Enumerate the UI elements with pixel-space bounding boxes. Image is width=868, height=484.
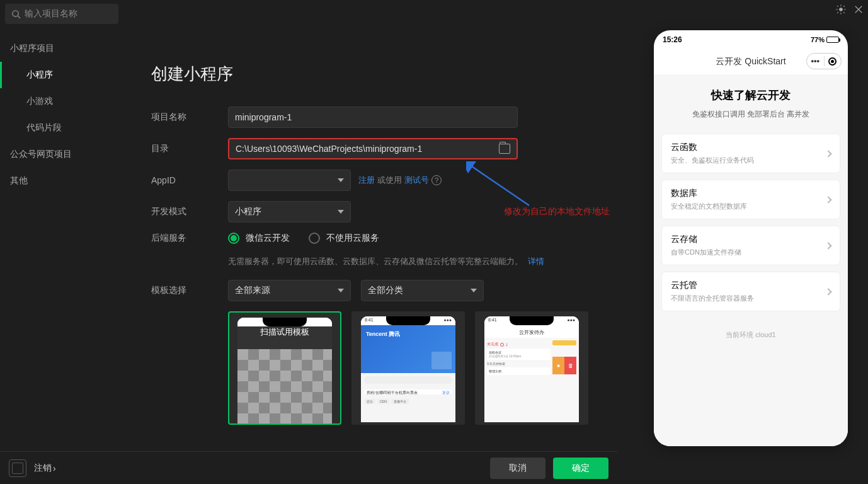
template-source-select[interactable]: 全部来源 <box>228 280 351 301</box>
chevron-down-icon <box>338 178 344 182</box>
chevron-down-icon <box>338 210 344 214</box>
label-template: 模板选择 <box>151 285 228 296</box>
svg-line-1 <box>18 16 20 18</box>
preview-h1: 快速了解云开发 <box>654 88 848 103</box>
directory-value: C:\Users\10093\WeChatProjects\miniprogra… <box>236 144 422 154</box>
svg-point-0 <box>13 10 18 16</box>
template-tencent[interactable]: 8:41●●● Tencent 腾讯 携程/去哪/同程平台机票出票点复议 定位 … <box>351 311 465 425</box>
svg-point-2 <box>840 8 843 11</box>
preview-card-cloud-function[interactable]: 云函数安全、免鉴权运行业务代码 <box>661 134 840 173</box>
flag-icon <box>552 340 576 345</box>
search-icon <box>11 9 21 19</box>
radio-no-cloud[interactable]: 不使用云服务 <box>309 233 379 244</box>
chevron-right-icon <box>825 196 831 203</box>
backend-more-link[interactable]: 详情 <box>528 256 544 266</box>
star-icon: ★ <box>552 357 564 374</box>
sidebar-group-miniprogram-projects[interactable]: 小程序项目 <box>0 35 123 62</box>
trash-icon: 🗑 <box>564 357 576 374</box>
battery-icon <box>826 37 839 43</box>
template-preview-blur <box>237 349 332 424</box>
dev-mode-select[interactable]: 小程序 <box>228 201 351 222</box>
capsule-button[interactable]: ••• <box>806 53 842 69</box>
folder-icon[interactable] <box>499 144 510 154</box>
page-title: 创建小程序 <box>151 63 617 85</box>
cancel-button[interactable]: 取消 <box>490 458 545 479</box>
search-input[interactable]: 输入项目名称 <box>5 4 118 24</box>
label-appid: AppID <box>151 175 228 185</box>
sidebar-group-other[interactable]: 其他 <box>0 168 123 194</box>
preview-status-bar: 15:26 77% <box>654 30 848 49</box>
logout-button[interactable]: 注销› <box>34 463 56 474</box>
sidebar-item-minigame[interactable]: 小游戏 <box>0 88 123 115</box>
label-project-name: 项目名称 <box>151 112 228 123</box>
sidebar-item-code-snippet[interactable]: 代码片段 <box>0 115 123 141</box>
annotation-arrow <box>466 161 535 212</box>
radio-checked-icon <box>228 233 239 244</box>
main-form: 创建小程序 项目名称 miniprogram-1 目录 C:\Users\100… <box>151 63 617 425</box>
template-todo[interactable]: 8:41●●● 云开发待办 未完成2 远程会议开会@9月1日 10:00am 3… <box>475 311 588 425</box>
chevron-right-icon <box>825 242 831 249</box>
window-controls <box>835 4 864 15</box>
project-name-input[interactable]: miniprogram-1 <box>228 107 518 128</box>
or-use-text: 或使用 <box>377 175 402 186</box>
phone-notch <box>386 316 430 325</box>
template-search-bar <box>364 376 452 384</box>
chevron-down-icon <box>338 289 344 292</box>
chevron-down-icon <box>471 289 477 292</box>
label-directory: 目录 <box>151 143 228 154</box>
footer-square-icon[interactable] <box>9 459 26 477</box>
backend-description: 无需服务器，即可使用云函数、云数据库、云存储及微信云托管等完整云端能力。 详情 <box>228 254 617 268</box>
phone-notch <box>263 318 307 326</box>
preview-card-hosting[interactable]: 云托管不限语言的全托管容器服务 <box>661 272 840 311</box>
phone-notch <box>510 316 554 325</box>
target-icon <box>828 57 837 66</box>
appid-select[interactable] <box>228 170 351 191</box>
template-caption: 扫描试用模板 <box>260 326 309 338</box>
search-placeholder: 输入项目名称 <box>25 8 77 20</box>
close-icon[interactable] <box>853 4 864 15</box>
radio-unchecked-icon <box>309 233 320 244</box>
chevron-right-icon <box>825 150 831 157</box>
template-category-select[interactable]: 全部分类 <box>361 280 484 301</box>
label-dev-mode: 开发模式 <box>151 206 228 217</box>
svg-line-5 <box>470 165 529 205</box>
chevron-right-icon <box>825 288 831 295</box>
annotation-text: 修改为自己的本地文件地址 <box>504 206 610 217</box>
test-account-link[interactable]: 测试号 <box>404 175 429 186</box>
footer: 注销› 取消 确定 <box>0 451 617 484</box>
gear-icon[interactable] <box>835 4 847 15</box>
sidebar-item-miniprogram[interactable]: 小程序 <box>0 62 123 88</box>
ok-button[interactable]: 确定 <box>553 458 608 479</box>
preview-card-database[interactable]: 数据库安全稳定的文档型数据库 <box>661 180 840 219</box>
preview-env-label: 当前环境 cloud1 <box>654 330 848 340</box>
preview-header-title: 云开发 QuickStart <box>716 56 785 67</box>
preview-header: 云开发 QuickStart ••• <box>654 49 848 74</box>
sidebar-group-official-account[interactable]: 公众号网页项目 <box>0 141 123 168</box>
directory-input[interactable]: C:\Users\10093\WeChatProjects\miniprogra… <box>228 138 518 159</box>
register-link[interactable]: 注册 <box>358 175 375 186</box>
help-icon[interactable]: ? <box>431 175 442 185</box>
device-preview: 15:26 77% 云开发 QuickStart ••• 快速了解云开发 免鉴权… <box>654 30 848 446</box>
radio-cloud-dev[interactable]: 微信云开发 <box>228 233 290 244</box>
preview-subtitle: 免鉴权接口调用 免部署后台 高并发 <box>654 109 848 120</box>
sidebar: 输入项目名称 小程序项目 小程序 小游戏 代码片段 公众号网页项目 其他 <box>0 0 123 484</box>
preview-card-storage[interactable]: 云存储自带CDN加速文件存储 <box>661 226 840 265</box>
label-backend: 后端服务 <box>151 233 228 244</box>
preview-time: 15:26 <box>663 35 682 44</box>
template-scan-trial[interactable]: 扫描试用模板 <box>228 311 341 425</box>
